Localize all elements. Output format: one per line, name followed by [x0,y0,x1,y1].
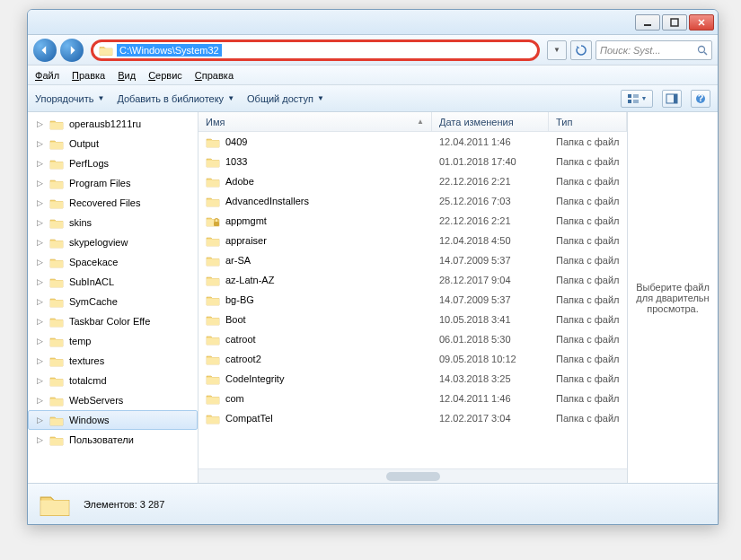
table-row[interactable]: 0409 12.04.2011 1:46 Папка с файл [198,132,627,152]
table-row[interactable]: catroot 06.01.2018 5:30 Папка с файл [198,329,627,349]
table-row[interactable]: CodeIntegrity 14.03.2018 3:25 Папка с фа… [198,369,627,389]
minimize-button[interactable] [635,14,660,31]
back-button[interactable] [33,39,57,62]
toolbar: Упорядочить▼ Добавить в библиотеку▼ Общи… [28,85,718,112]
table-row[interactable]: catroot2 09.05.2018 10:12 Папка с файл [198,349,627,369]
folder-lock-icon [206,215,220,227]
table-row[interactable]: appmgmt 22.12.2016 2:21 Папка с файл [198,211,627,231]
close-button[interactable] [689,14,714,31]
folder-icon [49,276,64,288]
horizontal-scrollbar[interactable] [198,468,627,483]
expand-icon[interactable]: ▷ [35,139,44,148]
tree-item[interactable]: ▷ PerfLogs [28,153,198,173]
organize-button[interactable]: Упорядочить▼ [35,93,104,104]
table-row[interactable]: ar-SA 14.07.2009 5:37 Папка с файл [198,250,627,270]
forward-button[interactable] [60,39,84,62]
svg-rect-7 [674,94,677,103]
expand-icon[interactable]: ▷ [35,297,44,306]
tree-item[interactable]: ▷ Taskbar Color Effe [28,311,198,331]
tree-item-label: temp [69,336,91,346]
menu-edit[interactable]: Правка [72,70,105,81]
file-type: Папка с файл [549,215,627,226]
tree-item[interactable]: ▷ textures [28,351,198,371]
help-button[interactable]: ? [691,90,710,108]
address-path: C:\Windows\System32 [117,44,222,57]
menu-help[interactable]: Справка [195,70,234,81]
menu-file[interactable]: Файл [35,70,59,81]
expand-icon[interactable]: ▷ [35,218,44,227]
table-row[interactable]: CompatTel 12.02.2017 3:04 Папка с файл [198,408,627,428]
tree-item[interactable]: ▷ SubInACL [28,272,198,292]
folder-icon [49,355,64,367]
folder-icon [206,393,220,405]
table-row[interactable]: Boot 10.05.2018 3:41 Папка с файл [198,310,627,329]
titlebar [28,10,718,35]
tree-item[interactable]: ▷ totalcmd [28,371,198,390]
table-row[interactable]: 1033 01.01.2018 17:40 Папка с файл [198,152,627,171]
table-row[interactable]: Adobe 22.12.2016 2:21 Папка с файл [198,171,627,191]
search-input[interactable]: Поиск: Syst... [595,40,712,60]
expand-icon[interactable]: ▷ [35,416,44,424]
tree-item[interactable]: ▷ Spacekace [28,252,198,272]
expand-icon[interactable]: ▷ [35,317,44,326]
expand-icon[interactable]: ▷ [35,277,44,286]
expand-icon[interactable]: ▷ [35,179,44,188]
file-date: 12.04.2018 4:50 [432,235,549,246]
expand-icon[interactable]: ▷ [35,337,44,346]
search-placeholder: Поиск: Syst... [600,45,661,56]
table-row[interactable]: AdvancedInstallers 25.12.2016 7:03 Папка… [198,191,627,211]
address-bar[interactable]: C:\Windows\System32 [91,39,540,61]
folder-tree[interactable]: ▷ operausb1211ru▷ Output▷ PerfLogs▷ Prog… [28,112,198,483]
expand-icon[interactable]: ▷ [35,435,44,444]
tree-item[interactable]: ▷ Program Files [28,173,198,193]
status-text: Элементов: 3 287 [84,499,164,510]
col-type[interactable]: Тип [549,112,627,131]
folder-icon [99,43,113,57]
folder-icon [49,395,64,407]
expand-icon[interactable]: ▷ [35,376,44,385]
table-row[interactable]: bg-BG 14.07.2009 5:37 Папка с файл [198,290,627,310]
expand-icon[interactable]: ▷ [35,238,44,247]
svg-rect-1 [644,24,651,26]
add-to-library-button[interactable]: Добавить в библиотеку▼ [117,93,234,104]
expand-icon[interactable]: ▷ [35,396,44,405]
tree-item[interactable]: ▷ operausb1211ru [28,114,198,134]
table-row[interactable]: az-Latn-AZ 28.12.2017 9:04 Папка с файл [198,270,627,290]
view-options-button[interactable]: ▼ [621,90,653,108]
tree-item[interactable]: ▷ Пользователи [28,430,198,450]
table-row[interactable]: com 12.04.2011 1:46 Папка с файл [198,389,627,408]
folder-icon [206,373,220,385]
tree-item[interactable]: ▷ WebServers [28,390,198,410]
share-button[interactable]: Общий доступ▼ [247,93,324,104]
file-date: 14.07.2009 5:37 [432,255,549,266]
tree-item-label: WebServers [69,395,123,406]
col-date[interactable]: Дата изменения [432,112,549,131]
refresh-button[interactable] [570,40,592,60]
statusbar: Элементов: 3 287 [28,483,718,524]
file-name: 0409 [225,136,247,147]
maximize-button[interactable] [662,14,687,31]
folder-icon [206,255,220,267]
expand-icon[interactable]: ▷ [35,258,44,267]
tree-item[interactable]: ▷ skins [28,213,198,232]
file-rows: 0409 12.04.2011 1:46 Папка с файл 1033 0… [198,132,627,468]
tree-item-label: totalcmd [69,375,107,386]
tree-item[interactable]: ▷ Recovered Files [28,193,198,213]
tree-item[interactable]: ▷ SymCache [28,292,198,311]
tree-item-label: SymCache [69,296,118,307]
expand-icon[interactable]: ▷ [35,159,44,168]
tree-item[interactable]: ▷ Windows [28,410,198,430]
table-row[interactable]: appraiser 12.04.2018 4:50 Папка с файл [198,231,627,250]
tree-item[interactable]: ▷ skypelogview [28,232,198,252]
expand-icon[interactable]: ▷ [35,356,44,365]
tree-item[interactable]: ▷ temp [28,331,198,351]
expand-icon[interactable]: ▷ [35,198,44,207]
file-name: CompatTel [225,413,273,424]
address-history-dropdown[interactable]: ▼ [547,40,567,60]
menu-view[interactable]: Вид [118,70,136,81]
tree-item[interactable]: ▷ Output [28,134,198,153]
col-name[interactable]: Имя▲ [198,112,432,131]
menu-tools[interactable]: Сервис [148,70,182,81]
expand-icon[interactable]: ▷ [35,119,44,128]
preview-pane-button[interactable] [662,90,682,108]
